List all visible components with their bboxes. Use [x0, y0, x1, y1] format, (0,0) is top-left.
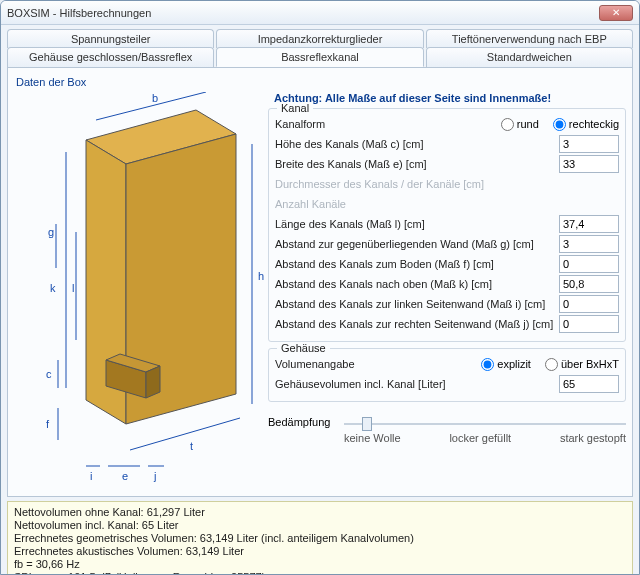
input-abstand-j[interactable] — [559, 315, 619, 333]
svg-text:i: i — [90, 470, 92, 482]
group-kanal: Kanal Kanalform rund rechteckig Höhe des… — [268, 108, 626, 342]
result-line: fb = 30,66 Hz — [14, 558, 626, 571]
damp-val-tight: stark gestopft — [560, 432, 626, 444]
diagram-panel: b h g k l c f t i e j — [14, 92, 264, 502]
input-abstand-k[interactable] — [559, 275, 619, 293]
svg-line-13 — [130, 418, 240, 450]
svg-text:g: g — [48, 226, 54, 238]
result-line: Errechnetes akustisches Volumen: 63,149 … — [14, 545, 626, 558]
label-gehvolumen: Gehäusevolumen incl. Kanal [Liter] — [275, 378, 555, 390]
input-abstand-g[interactable] — [559, 235, 619, 253]
label-laenge-l: Länge des Kanals (Maß l) [cm] — [275, 218, 555, 230]
tab-impedanzkorr[interactable]: Impedanzkorrekturglieder — [216, 29, 423, 48]
label-abstand-j: Abstand des Kanals zur rechten Seitenwan… — [275, 318, 555, 330]
window-title: BOXSIM - Hilfsberechnungen — [7, 7, 599, 19]
svg-text:c: c — [46, 368, 52, 380]
input-abstand-i[interactable] — [559, 295, 619, 313]
svg-text:b: b — [152, 92, 158, 104]
tab-gehaeuse-bassreflex[interactable]: Gehäuse geschlossen/Bassreflex — [7, 47, 214, 67]
group-gehaeuse: Gehäuse Volumenangabe explizit über BxHx… — [268, 348, 626, 402]
svg-text:h: h — [258, 270, 264, 282]
radio-rechteckig[interactable] — [553, 118, 566, 131]
result-line: Nettovolumen ohne Kanal: 61,297 Liter — [14, 506, 626, 519]
label-abstand-f: Abstand des Kanals zum Boden (Maß f) [cm… — [275, 258, 555, 270]
tab-container: Spannungsteiler Impedanzkorrekturglieder… — [1, 25, 639, 67]
tab-tieftoner-ebp[interactable]: Tieftönerverwendung nach EBP — [426, 29, 633, 48]
radio-bxhxt[interactable] — [545, 358, 558, 371]
tab-standardweichen[interactable]: Standardweichen — [426, 47, 633, 67]
result-line: Errechnetes geometrisches Volumen: 63,14… — [14, 532, 626, 545]
radio-rund[interactable] — [501, 118, 514, 131]
label-kanalform: Kanalform — [275, 118, 487, 130]
svg-text:e: e — [122, 470, 128, 482]
result-line: Nettovolumen incl. Kanal: 65 Liter — [14, 519, 626, 532]
label-abstand-i: Abstand des Kanals zur linken Seitenwand… — [275, 298, 555, 310]
label-hoehe-c: Höhe des Kanals (Maß c) [cm] — [275, 138, 555, 150]
label-anzahl: Anzahl Kanäle — [275, 198, 619, 210]
svg-text:t: t — [190, 440, 193, 452]
label-volumenangabe: Volumenangabe — [275, 358, 467, 370]
svg-text:f: f — [46, 418, 50, 430]
tab-spannungsteiler[interactable]: Spannungsteiler — [7, 29, 214, 48]
inner-dimensions-warning: Achtung: Alle Maße auf dieser Seite sind… — [268, 92, 626, 104]
page-body: Daten der Box b — [7, 67, 633, 497]
input-abstand-f[interactable] — [559, 255, 619, 273]
damping-row: Bedämpfung — [268, 414, 626, 430]
svg-text:l: l — [72, 282, 74, 294]
damping-slider[interactable] — [344, 414, 626, 430]
svg-marker-5 — [146, 366, 160, 398]
input-gehvolumen[interactable] — [559, 375, 619, 393]
label-abstand-g: Abstand zur gegenüberliegenden Wand (Maß… — [275, 238, 555, 250]
damp-val-none: keine Wolle — [344, 432, 401, 444]
tab-bassreflexkanal[interactable]: Bassreflexkanal — [216, 47, 423, 67]
label-durchmesser: Durchmesser des Kanals / der Kanäle [cm] — [275, 178, 619, 190]
titlebar: BOXSIM - Hilfsberechnungen ✕ — [1, 1, 639, 25]
svg-text:j: j — [153, 470, 156, 482]
radio-explizit[interactable] — [481, 358, 494, 371]
input-breite-e[interactable] — [559, 155, 619, 173]
label-bedaempfung: Bedämpfung — [268, 416, 338, 428]
box-diagram-icon: b h g k l c f t i e j — [14, 92, 264, 492]
svg-text:k: k — [50, 282, 56, 294]
result-line: SPLmax = 101,5 dB (Halbraum, Reynolds = … — [14, 571, 626, 575]
main-window: BOXSIM - Hilfsberechnungen ✕ Spannungste… — [0, 0, 640, 575]
label-breite-e: Breite des Kanals (Maß e) [cm] — [275, 158, 555, 170]
page-title: Daten der Box — [16, 76, 626, 88]
close-button[interactable]: ✕ — [599, 5, 633, 21]
label-abstand-k: Abstand des Kanals nach oben (Maß k) [cm… — [275, 278, 555, 290]
damp-val-loose: locker gefüllt — [449, 432, 511, 444]
results-panel: Nettovolumen ohne Kanal: 61,297 Liter Ne… — [7, 501, 633, 575]
input-laenge-l[interactable] — [559, 215, 619, 233]
input-hoehe-c[interactable] — [559, 135, 619, 153]
